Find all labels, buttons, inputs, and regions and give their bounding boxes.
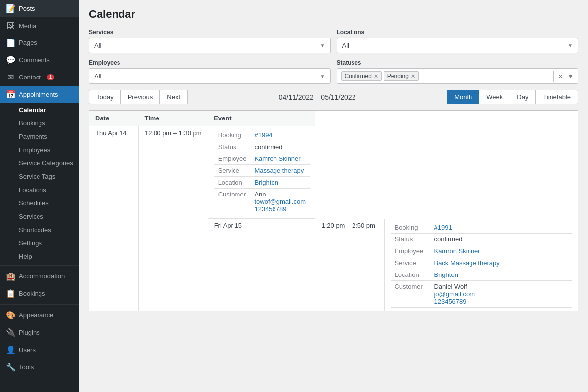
sidebar-item-pages[interactable]: 📄 Pages <box>0 34 79 51</box>
employees-filter-group: Employees All ▼ <box>89 59 331 84</box>
event-booking-row-2: Booking #1991 <box>391 222 572 234</box>
event-customer-row: Customer Ann towof@gmail.com 123456789 <box>214 189 310 215</box>
statuses-dropdown-icon[interactable]: ▼ <box>565 71 576 82</box>
employees-label: Employees <box>89 59 331 66</box>
view-month-button[interactable]: Month <box>447 90 479 104</box>
customer-phone-2[interactable]: 123456789 <box>434 298 466 305</box>
sidebar-item-tools[interactable]: 🔧 Tools <box>0 358 79 376</box>
sidebar-sub-settings[interactable]: Settings <box>0 236 79 250</box>
sidebar-item-appearance[interactable]: 🎨 Appearance <box>0 307 79 324</box>
services-select[interactable]: All ▼ <box>89 38 331 53</box>
statuses-filter-wrapper: Confirmed ✕ Pending ✕ ✕ ▼ <box>337 68 579 84</box>
service-link-2[interactable]: Back Massage therapy <box>434 259 499 267</box>
calendar-nav: Today Previous Next 04/11/2022 – 05/11/2… <box>89 90 578 104</box>
booking-label-2: Booking <box>391 222 430 234</box>
page-title: Calendar <box>89 8 578 21</box>
booking-link-1[interactable]: #1994 <box>254 131 272 139</box>
next-button[interactable]: Next <box>160 90 188 104</box>
statuses-clear-icon[interactable]: ✕ <box>556 71 565 82</box>
status-tag-confirmed: Confirmed ✕ <box>341 71 382 81</box>
services-filter-group: Services All ▼ <box>89 29 331 53</box>
service-label-2: Service <box>391 257 430 269</box>
sidebar-sub-schedules[interactable]: Schedules <box>0 196 79 210</box>
sidebar-sub-bookings[interactable]: Bookings <box>0 117 79 130</box>
customer-email-1[interactable]: towof@gmail.com <box>254 198 306 205</box>
view-button-group: Month Week Day Timetable <box>447 90 578 104</box>
status-tag-pending-remove[interactable]: ✕ <box>411 73 415 79</box>
status-label-2: Status <box>391 233 430 245</box>
sidebar-item-media[interactable]: 🖼 Media <box>0 17 79 34</box>
sidebar-item-comments[interactable]: 💬 Comments <box>0 51 79 69</box>
services-label: Services <box>89 29 331 36</box>
employee-link-1[interactable]: Kamron Skinner <box>254 155 300 162</box>
services-value: All <box>94 42 320 49</box>
status-tag-confirmed-remove[interactable]: ✕ <box>374 73 378 79</box>
sidebar: 📝 Posts 🖼 Media 📄 Pages 💬 Comments ✉ Con… <box>0 0 79 392</box>
status-tag-pending-label: Pending <box>387 73 409 79</box>
employees-value: All <box>94 73 320 80</box>
today-button[interactable]: Today <box>89 90 121 104</box>
booking-value-1: #1994 <box>250 129 310 141</box>
booking-link-2[interactable]: #1991 <box>434 224 452 231</box>
location-label-2: Location <box>391 269 430 280</box>
table-row: Thu Apr 14 12:00 pm – 1:30 pm Booking #1… <box>89 126 578 219</box>
date-cell-1: Thu Apr 14 <box>89 126 139 311</box>
event-detail-2: Booking #1991 Status confirmed Employee <box>391 222 572 308</box>
sidebar-item-appointments[interactable]: 📅 Appointments <box>0 86 79 103</box>
status-tag-confirmed-label: Confirmed <box>345 73 372 79</box>
sidebar-sub-service-tags[interactable]: Service Tags <box>0 170 79 183</box>
statuses-label: Statuses <box>337 59 579 66</box>
location-value-1: Brighton <box>250 177 310 189</box>
sidebar-sub-service-categories[interactable]: Service Categories <box>0 157 79 170</box>
sidebar-item-contact[interactable]: ✉ Contact 1 <box>0 69 79 86</box>
sidebar-item-users[interactable]: 👤 Users <box>0 341 79 358</box>
contact-badge: 1 <box>47 74 55 80</box>
customer-value-1: Ann towof@gmail.com 123456789 <box>250 189 310 215</box>
employees-dropdown-icon: ▼ <box>320 74 325 79</box>
view-day-button[interactable]: Day <box>510 90 536 104</box>
location-link-1[interactable]: Brighton <box>254 179 278 186</box>
status-tag-pending: Pending ✕ <box>384 71 419 81</box>
sidebar-sub-shortcodes[interactable]: Shortcodes <box>0 223 79 236</box>
previous-button[interactable]: Previous <box>121 90 160 104</box>
sidebar-item-plugins[interactable]: 🔌 Plugins <box>0 324 79 341</box>
sidebar-sub-employees[interactable]: Employees <box>0 143 79 157</box>
sidebar-item-bookings[interactable]: 📋 Bookings <box>0 285 79 302</box>
customer-email-2[interactable]: jo@gmail.com <box>434 290 475 298</box>
sidebar-sub-calendar[interactable]: Calendar <box>0 103 79 117</box>
location-link-2[interactable]: Brighton <box>434 271 458 278</box>
locations-select[interactable]: All ▼ <box>337 38 579 53</box>
sidebar-item-posts[interactable]: 📝 Posts <box>0 0 79 17</box>
sidebar-sub-locations[interactable]: Locations <box>0 183 79 196</box>
event-customer-row-2: Customer Daniel Wolf jo@gmail.com 123456… <box>391 280 572 307</box>
sidebar-sub-payments[interactable]: Payments <box>0 130 79 143</box>
date-cell-2: Fri Apr 15 <box>208 219 315 311</box>
date-range: 04/11/2022 – 05/11/2022 <box>188 93 447 101</box>
event-detail-1: Booking #1994 Status confirmed Employee <box>214 129 310 215</box>
sidebar-item-label: Posts <box>19 5 35 12</box>
view-week-button[interactable]: Week <box>479 90 510 104</box>
appointments-icon: 📅 <box>6 90 15 99</box>
sidebar-item-label: Pages <box>19 39 37 46</box>
main-content: Calendar Services All ▼ Locations All ▼ … <box>79 0 588 392</box>
event-status-row: Status confirmed <box>214 141 310 153</box>
view-timetable-button[interactable]: Timetable <box>536 90 578 104</box>
service-link-1[interactable]: Massage therapy <box>254 167 304 174</box>
employees-select[interactable]: All ▼ <box>89 68 331 84</box>
sidebar-item-label: Accommodation <box>19 273 65 280</box>
bookings-icon: 📋 <box>6 289 15 298</box>
customer-phone-1[interactable]: 123456789 <box>254 205 286 213</box>
sidebar-item-accommodation[interactable]: 🏨 Accommodation <box>0 268 79 285</box>
event-location-row: Location Brighton <box>214 177 310 189</box>
sidebar-sub-services[interactable]: Services <box>0 210 79 223</box>
customer-label: Customer <box>214 189 251 215</box>
time-cell-1: 12:00 pm – 1:30 pm <box>139 126 208 311</box>
sidebar-item-label: Appearance <box>19 312 53 319</box>
sidebar-sub-help[interactable]: Help <box>0 250 79 263</box>
location-label: Location <box>214 177 251 189</box>
event-status-row-2: Status confirmed <box>391 233 572 245</box>
employee-link-2[interactable]: Kamron Skinner <box>434 247 480 255</box>
event-cell-1: Booking #1994 Status confirmed Employee <box>208 126 315 219</box>
employee-value-1: Kamron Skinner <box>250 153 310 165</box>
calendar-table: Date Time Event Thu Apr 14 12:00 pm – 1:… <box>89 110 578 311</box>
